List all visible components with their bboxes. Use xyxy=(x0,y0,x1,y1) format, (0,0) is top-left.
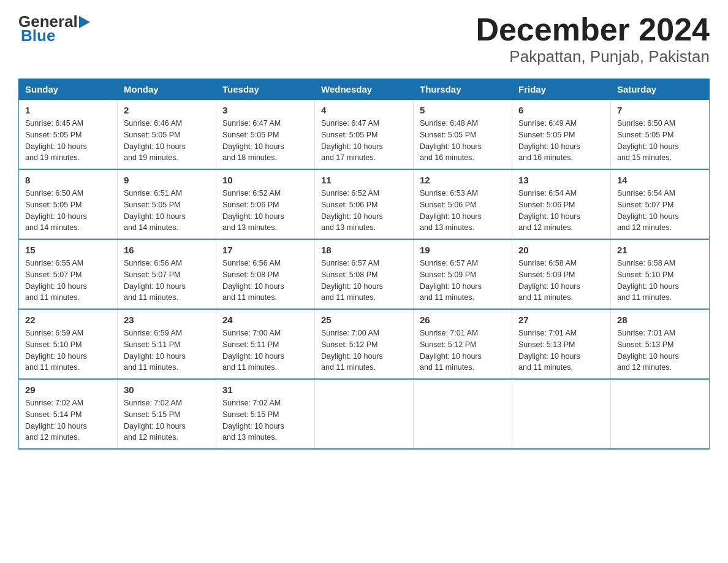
header-sunday: Sunday xyxy=(19,79,118,100)
calendar-title: December 2024 xyxy=(476,12,710,47)
calendar-cell: 20 Sunrise: 6:58 AM Sunset: 5:09 PM Dayl… xyxy=(512,239,611,309)
day-number: 18 xyxy=(321,245,407,255)
header-wednesday: Wednesday xyxy=(315,79,414,100)
day-number: 20 xyxy=(518,245,604,255)
day-number: 27 xyxy=(518,315,604,325)
calendar-cell: 28 Sunrise: 7:01 AM Sunset: 5:13 PM Dayl… xyxy=(611,309,710,379)
calendar-cell: 22 Sunrise: 6:59 AM Sunset: 5:10 PM Dayl… xyxy=(19,309,118,379)
day-info: Sunrise: 6:45 AM Sunset: 5:05 PM Dayligh… xyxy=(25,118,111,164)
header-monday: Monday xyxy=(118,79,216,100)
day-number: 15 xyxy=(25,245,111,255)
calendar-cell: 1 Sunrise: 6:45 AM Sunset: 5:05 PM Dayli… xyxy=(19,100,118,170)
day-number: 25 xyxy=(321,315,407,325)
calendar-cell: 27 Sunrise: 7:01 AM Sunset: 5:13 PM Dayl… xyxy=(512,309,611,379)
day-info: Sunrise: 6:52 AM Sunset: 5:06 PM Dayligh… xyxy=(222,188,308,234)
calendar-cell: 26 Sunrise: 7:01 AM Sunset: 5:12 PM Dayl… xyxy=(414,309,512,379)
calendar-cell: 4 Sunrise: 6:47 AM Sunset: 5:05 PM Dayli… xyxy=(315,100,414,170)
logo: General Blue xyxy=(18,12,90,45)
header-friday: Friday xyxy=(512,79,611,100)
calendar-cell: 11 Sunrise: 6:52 AM Sunset: 5:06 PM Dayl… xyxy=(315,169,414,239)
day-info: Sunrise: 6:46 AM Sunset: 5:05 PM Dayligh… xyxy=(124,118,210,164)
calendar-cell: 13 Sunrise: 6:54 AM Sunset: 5:06 PM Dayl… xyxy=(512,169,611,239)
day-number: 30 xyxy=(124,385,210,395)
day-info: Sunrise: 6:53 AM Sunset: 5:06 PM Dayligh… xyxy=(420,188,506,234)
week-row-2: 8 Sunrise: 6:50 AM Sunset: 5:05 PM Dayli… xyxy=(19,169,710,239)
calendar-cell: 21 Sunrise: 6:58 AM Sunset: 5:10 PM Dayl… xyxy=(611,239,710,309)
day-number: 3 xyxy=(222,105,308,115)
logo-arrow-icon xyxy=(79,16,90,28)
day-info: Sunrise: 6:54 AM Sunset: 5:07 PM Dayligh… xyxy=(617,188,703,234)
header-thursday: Thursday xyxy=(414,79,512,100)
day-info: Sunrise: 7:01 AM Sunset: 5:13 PM Dayligh… xyxy=(617,327,703,373)
calendar-cell: 15 Sunrise: 6:55 AM Sunset: 5:07 PM Dayl… xyxy=(19,239,118,309)
day-info: Sunrise: 6:50 AM Sunset: 5:05 PM Dayligh… xyxy=(617,118,703,164)
day-number: 10 xyxy=(222,175,308,185)
day-info: Sunrise: 6:56 AM Sunset: 5:08 PM Dayligh… xyxy=(222,258,308,304)
logo-blue-text: Blue xyxy=(21,26,55,45)
day-info: Sunrise: 6:52 AM Sunset: 5:06 PM Dayligh… xyxy=(321,188,407,234)
day-number: 12 xyxy=(420,175,506,185)
day-number: 26 xyxy=(420,315,506,325)
header-tuesday: Tuesday xyxy=(216,79,315,100)
day-info: Sunrise: 6:56 AM Sunset: 5:07 PM Dayligh… xyxy=(124,258,210,304)
day-number: 6 xyxy=(518,105,604,115)
day-number: 13 xyxy=(518,175,604,185)
calendar-cell: 25 Sunrise: 7:00 AM Sunset: 5:12 PM Dayl… xyxy=(315,309,414,379)
day-info: Sunrise: 6:51 AM Sunset: 5:05 PM Dayligh… xyxy=(124,188,210,234)
calendar-cell: 31 Sunrise: 7:02 AM Sunset: 5:15 PM Dayl… xyxy=(216,379,315,449)
day-number: 2 xyxy=(124,105,210,115)
calendar-table: SundayMondayTuesdayWednesdayThursdayFrid… xyxy=(18,79,710,450)
calendar-cell: 8 Sunrise: 6:50 AM Sunset: 5:05 PM Dayli… xyxy=(19,169,118,239)
day-info: Sunrise: 7:01 AM Sunset: 5:12 PM Dayligh… xyxy=(420,327,506,373)
calendar-cell: 29 Sunrise: 7:02 AM Sunset: 5:14 PM Dayl… xyxy=(19,379,118,449)
day-number: 4 xyxy=(321,105,407,115)
day-number: 19 xyxy=(420,245,506,255)
calendar-cell: 24 Sunrise: 7:00 AM Sunset: 5:11 PM Dayl… xyxy=(216,309,315,379)
day-number: 22 xyxy=(25,315,111,325)
day-info: Sunrise: 6:59 AM Sunset: 5:11 PM Dayligh… xyxy=(124,327,210,373)
calendar-cell: 3 Sunrise: 6:47 AM Sunset: 5:05 PM Dayli… xyxy=(216,100,315,170)
day-info: Sunrise: 6:57 AM Sunset: 5:08 PM Dayligh… xyxy=(321,258,407,304)
calendar-cell xyxy=(315,379,414,449)
day-number: 1 xyxy=(25,105,111,115)
calendar-cell xyxy=(611,379,710,449)
title-block: December 2024 Pakpattan, Punjab, Pakista… xyxy=(476,12,710,66)
day-info: Sunrise: 7:02 AM Sunset: 5:15 PM Dayligh… xyxy=(124,397,210,443)
day-info: Sunrise: 7:02 AM Sunset: 5:15 PM Dayligh… xyxy=(222,397,308,443)
day-info: Sunrise: 6:50 AM Sunset: 5:05 PM Dayligh… xyxy=(25,188,111,234)
calendar-cell xyxy=(414,379,512,449)
day-info: Sunrise: 6:58 AM Sunset: 5:10 PM Dayligh… xyxy=(617,258,703,304)
day-info: Sunrise: 6:57 AM Sunset: 5:09 PM Dayligh… xyxy=(420,258,506,304)
calendar-cell: 7 Sunrise: 6:50 AM Sunset: 5:05 PM Dayli… xyxy=(611,100,710,170)
day-number: 29 xyxy=(25,385,111,395)
day-number: 11 xyxy=(321,175,407,185)
calendar-cell: 18 Sunrise: 6:57 AM Sunset: 5:08 PM Dayl… xyxy=(315,239,414,309)
day-info: Sunrise: 6:47 AM Sunset: 5:05 PM Dayligh… xyxy=(222,118,308,164)
week-row-4: 22 Sunrise: 6:59 AM Sunset: 5:10 PM Dayl… xyxy=(19,309,710,379)
week-row-1: 1 Sunrise: 6:45 AM Sunset: 5:05 PM Dayli… xyxy=(19,100,710,170)
calendar-cell xyxy=(512,379,611,449)
day-number: 14 xyxy=(617,175,703,185)
week-row-5: 29 Sunrise: 7:02 AM Sunset: 5:14 PM Dayl… xyxy=(19,379,710,449)
day-info: Sunrise: 6:54 AM Sunset: 5:06 PM Dayligh… xyxy=(518,188,604,234)
day-number: 16 xyxy=(124,245,210,255)
calendar-cell: 6 Sunrise: 6:49 AM Sunset: 5:05 PM Dayli… xyxy=(512,100,611,170)
day-info: Sunrise: 6:48 AM Sunset: 5:05 PM Dayligh… xyxy=(420,118,506,164)
day-info: Sunrise: 6:47 AM Sunset: 5:05 PM Dayligh… xyxy=(321,118,407,164)
calendar-cell: 2 Sunrise: 6:46 AM Sunset: 5:05 PM Dayli… xyxy=(118,100,216,170)
day-info: Sunrise: 7:02 AM Sunset: 5:14 PM Dayligh… xyxy=(25,397,111,443)
day-number: 17 xyxy=(222,245,308,255)
day-info: Sunrise: 7:01 AM Sunset: 5:13 PM Dayligh… xyxy=(518,327,604,373)
day-info: Sunrise: 7:00 AM Sunset: 5:11 PM Dayligh… xyxy=(222,327,308,373)
calendar-subtitle: Pakpattan, Punjab, Pakistan xyxy=(476,47,710,66)
day-number: 23 xyxy=(124,315,210,325)
calendar-header-row: SundayMondayTuesdayWednesdayThursdayFrid… xyxy=(19,79,710,100)
day-number: 7 xyxy=(617,105,703,115)
day-number: 8 xyxy=(25,175,111,185)
day-number: 9 xyxy=(124,175,210,185)
calendar-cell: 12 Sunrise: 6:53 AM Sunset: 5:06 PM Dayl… xyxy=(414,169,512,239)
calendar-cell: 30 Sunrise: 7:02 AM Sunset: 5:15 PM Dayl… xyxy=(118,379,216,449)
calendar-cell: 16 Sunrise: 6:56 AM Sunset: 5:07 PM Dayl… xyxy=(118,239,216,309)
day-number: 28 xyxy=(617,315,703,325)
calendar-cell: 19 Sunrise: 6:57 AM Sunset: 5:09 PM Dayl… xyxy=(414,239,512,309)
